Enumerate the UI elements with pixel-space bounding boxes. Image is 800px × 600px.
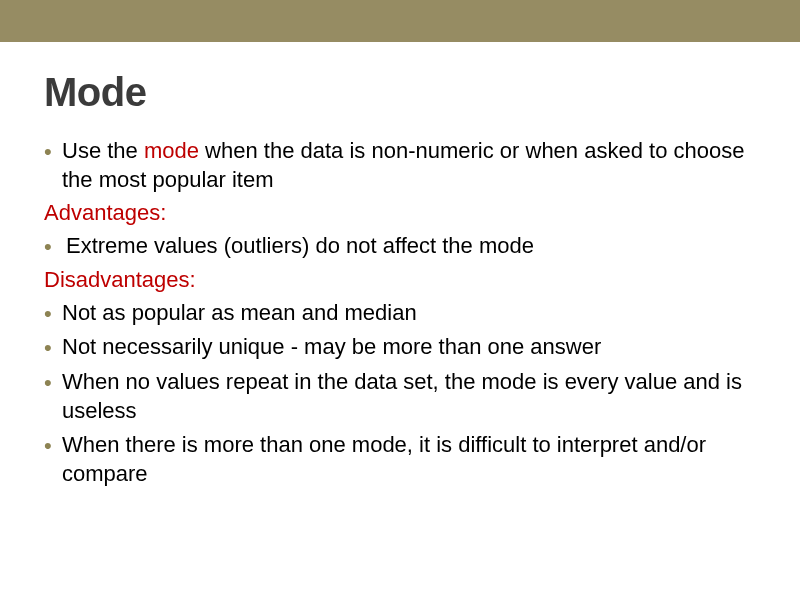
bullet-icon: • [44,369,52,398]
bullet-icon: • [44,334,52,363]
intro-highlight: mode [144,138,199,163]
page-title: Mode [44,70,756,115]
slide-content: Mode • Use the mode when the data is non… [0,42,800,488]
disadvantages-heading: Disadvantages: [44,267,756,293]
disadvantage-text: When no values repeat in the data set, t… [62,369,742,423]
disadvantage-item: • Not as popular as mean and median [44,299,756,328]
disadvantage-item: • When there is more than one mode, it i… [44,431,756,488]
top-accent-band [0,0,800,42]
bullet-icon: • [44,432,52,461]
advantage-item: • Extreme values (outliers) do not affec… [44,232,756,261]
advantages-heading: Advantages: [44,200,756,226]
advantage-text: Extreme values (outliers) do not affect … [62,233,534,258]
disadvantage-item: • Not necessarily unique - may be more t… [44,333,756,362]
intro-pre: Use the [62,138,144,163]
disadvantage-text: Not necessarily unique - may be more tha… [62,334,601,359]
intro-line: • Use the mode when the data is non-nume… [44,137,756,194]
disadvantage-text: When there is more than one mode, it is … [62,432,706,486]
disadvantage-text: Not as popular as mean and median [62,300,417,325]
disadvantage-item: • When no values repeat in the data set,… [44,368,756,425]
bullet-icon: • [44,300,52,329]
bullet-icon: • [44,138,52,167]
bullet-icon: • [44,233,52,262]
